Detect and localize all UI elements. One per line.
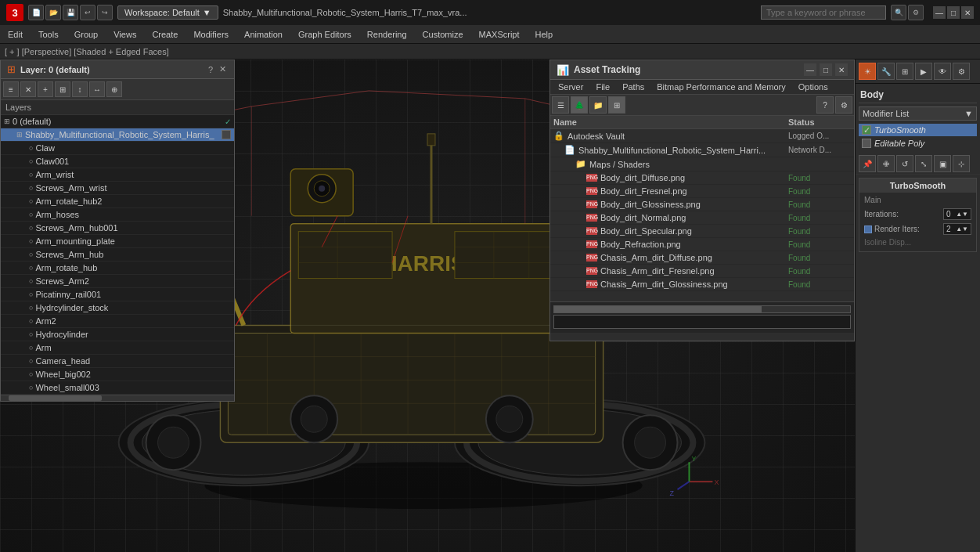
- mod-snap-icon[interactable]: ⊹: [953, 155, 970, 172]
- menu-graph-editors[interactable]: Graph Editors: [290, 25, 359, 43]
- layer-item[interactable]: ○Wheel_big002: [1, 368, 234, 381]
- layer-list[interactable]: ⊞0 (default)✓⊞Shabby_Multifunctional_Rob…: [1, 115, 234, 395]
- minimize-button[interactable]: —: [933, 6, 946, 19]
- redo-btn[interactable]: ↪: [97, 5, 113, 20]
- layer-item[interactable]: ○Screws_Arm2: [1, 275, 234, 288]
- layer-menu-btn[interactable]: ≡: [3, 81, 19, 97]
- layer-item[interactable]: ○Arm_mounting_plate: [1, 235, 234, 248]
- layer-item[interactable]: ○Camera_head: [1, 355, 234, 368]
- rp-modify-icon[interactable]: 🔧: [877, 63, 895, 80]
- editablepoly-checkbox[interactable]: [862, 139, 871, 148]
- at-row[interactable]: PNGBody_dirt_Normal.pngFound: [550, 211, 854, 225]
- at-row[interactable]: PNGChasis_Arm_dirt_Glossiness.pngFound: [550, 278, 854, 291]
- layer-view-btn[interactable]: ⊞: [55, 81, 70, 97]
- layer-item[interactable]: ○Screws_Arm_wrist: [1, 182, 234, 195]
- layer-item[interactable]: ○Arm: [1, 341, 234, 355]
- menu-group[interactable]: Group: [67, 25, 106, 43]
- menu-edit[interactable]: Edit: [0, 25, 31, 43]
- layer-item[interactable]: ○Hydrcylinder_stock: [1, 301, 234, 315]
- layer-delete-btn[interactable]: ✕: [20, 81, 36, 97]
- at-help-btn[interactable]: ?: [816, 96, 834, 114]
- ts-renderiter-checkbox[interactable]: [864, 225, 872, 233]
- layer-move-up-btn[interactable]: ↕: [72, 81, 88, 97]
- at-close-btn[interactable]: ✕: [835, 63, 848, 76]
- rp-utilities-icon[interactable]: ⚙: [953, 63, 970, 80]
- at-row[interactable]: 📁Maps / Shaders: [550, 157, 854, 171]
- workspace-dropdown[interactable]: Workspace: Default ▼: [117, 5, 218, 20]
- rp-hierarchy-icon[interactable]: ⊞: [896, 63, 913, 80]
- layer-close-btn[interactable]: ✕: [218, 64, 228, 74]
- menu-customize[interactable]: Customize: [415, 25, 471, 43]
- menu-tools[interactable]: Tools: [31, 25, 67, 43]
- menu-rendering[interactable]: Rendering: [359, 25, 415, 43]
- at-list-btn[interactable]: ☰: [552, 96, 569, 114]
- layer-item[interactable]: ○Wheel_small003: [1, 381, 234, 395]
- at-row[interactable]: PNGBody_dirt_Glossiness.pngFound: [550, 198, 854, 211]
- search-input[interactable]: [761, 5, 886, 20]
- ts-iterations-spinbox[interactable]: 0 ▲▼: [943, 208, 971, 220]
- at-input-field[interactable]: [553, 315, 851, 329]
- menu-animation[interactable]: Animation: [236, 25, 290, 43]
- at-grid-btn[interactable]: ⊞: [608, 96, 625, 114]
- close-button[interactable]: ✕: [961, 6, 974, 19]
- at-menu-file[interactable]: File: [589, 81, 616, 92]
- layer-item[interactable]: ○Claw001: [1, 155, 234, 168]
- at-maximize-btn[interactable]: □: [820, 63, 832, 76]
- layer-item[interactable]: ○Screws_Arm_hub001: [1, 222, 234, 235]
- at-row[interactable]: PNGBody_Refraction.pngFound: [550, 238, 854, 251]
- layer-item[interactable]: ○Arm_hoses: [1, 208, 234, 222]
- turbosmooth-checkbox[interactable]: ✓: [862, 125, 871, 135]
- mod-move-icon[interactable]: ✙: [877, 155, 895, 172]
- layer-item[interactable]: ○Arm2: [1, 315, 234, 328]
- layer-expand-btn[interactable]: ⊕: [106, 81, 122, 97]
- at-file-list[interactable]: 🔒Autodesk VaultLogged O...📄Shabby_Multif…: [550, 129, 854, 301]
- at-menu-options[interactable]: Options: [792, 81, 834, 92]
- mod-scale-icon[interactable]: ⤡: [915, 155, 932, 172]
- viewport[interactable]: HARRIS: [0, 60, 855, 552]
- layer-item[interactable]: ○Arm_rotate_hub2: [1, 195, 234, 208]
- layer-scrollbar[interactable]: [1, 395, 234, 401]
- menu-modifiers[interactable]: Modifiers: [186, 25, 236, 43]
- at-row[interactable]: 📄Shabby_Multifunctional_Robotic_System_H…: [550, 143, 854, 157]
- at-menu-bitmap[interactable]: Bitmap Performance and Memory: [650, 81, 791, 92]
- modifier-turbosmooth[interactable]: ✓ TurboSmooth: [859, 124, 977, 136]
- mod-select-icon[interactable]: ▣: [934, 155, 951, 172]
- settings-btn[interactable]: ⚙: [908, 5, 924, 20]
- menu-create[interactable]: Create: [144, 25, 186, 43]
- save-btn[interactable]: 💾: [63, 5, 78, 20]
- maximize-button[interactable]: □: [947, 6, 960, 19]
- rp-display-icon[interactable]: 👁: [934, 63, 951, 80]
- at-tree-btn[interactable]: 🌲: [571, 96, 588, 114]
- at-row[interactable]: PNGBody_dirt_Fresnel.pngFound: [550, 185, 854, 198]
- layer-item[interactable]: ○Hydrocylinder: [1, 328, 234, 341]
- mod-pin-icon[interactable]: 📌: [859, 155, 876, 172]
- at-row[interactable]: PNGChasis_Arm_dirt_Diffuse.pngFound: [550, 251, 854, 265]
- new-btn[interactable]: 📄: [28, 5, 44, 20]
- at-row[interactable]: PNGBody_dirt_Specular.pngFound: [550, 225, 854, 238]
- layer-move-right-btn[interactable]: ↔: [89, 81, 105, 97]
- ts-renderiter-spinbox[interactable]: 2 ▲▼: [943, 223, 971, 235]
- menu-views[interactable]: Views: [106, 25, 144, 43]
- rp-scene-icon[interactable]: ☀: [859, 63, 876, 80]
- at-row[interactable]: PNGBody_dirt_Diffuse.pngFound: [550, 171, 854, 185]
- at-minimize-btn[interactable]: —: [804, 63, 816, 76]
- rp-motion-icon[interactable]: ▶: [915, 63, 932, 80]
- mod-rotate-icon[interactable]: ↺: [896, 155, 913, 172]
- modifier-list-header[interactable]: Modifier List ▼: [859, 106, 977, 121]
- search-icon-btn[interactable]: 🔍: [891, 5, 906, 20]
- layer-item[interactable]: ○Picatinny_rail001: [1, 288, 234, 301]
- layer-help-btn[interactable]: ?: [207, 65, 214, 74]
- at-row[interactable]: 🔒Autodesk VaultLogged O...: [550, 129, 854, 143]
- at-folder-btn[interactable]: 📁: [589, 96, 607, 114]
- at-row[interactable]: PNGChasis_Arm_dirt_Fresnel.pngFound: [550, 265, 854, 278]
- layer-item[interactable]: ○Arm_wrist: [1, 168, 234, 182]
- at-menu-server[interactable]: Server: [552, 81, 589, 92]
- layer-item[interactable]: ⊞Shabby_Multifunctional_Robotic_System_H…: [1, 128, 234, 142]
- layer-item[interactable]: ○Arm_rotate_hub: [1, 262, 234, 275]
- layer-item[interactable]: ○Screws_Arm_hub: [1, 248, 234, 262]
- layer-add-btn[interactable]: +: [38, 81, 53, 97]
- undo-btn[interactable]: ↩: [80, 5, 95, 20]
- at-settings-btn[interactable]: ⚙: [835, 96, 852, 114]
- layer-item[interactable]: ⊞0 (default)✓: [1, 115, 234, 128]
- layer-item[interactable]: ○Claw: [1, 142, 234, 155]
